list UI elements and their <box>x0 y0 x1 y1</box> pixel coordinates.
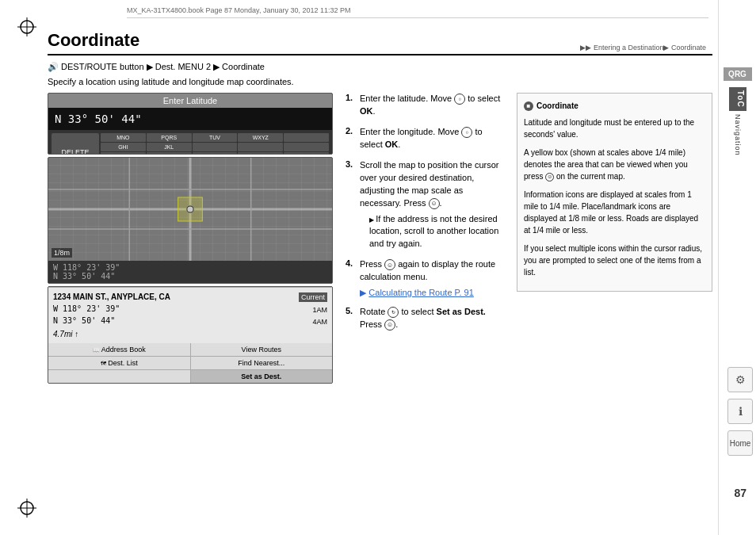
step-1-text: Enter the latitude. Move ○ to select OK. <box>360 93 504 118</box>
key-def[interactable]: DEF <box>101 152 146 155</box>
note-icon: ■ <box>524 101 533 111</box>
step-3-content: Scroll the map to position the cursor ov… <box>360 159 504 251</box>
smiley-icon-2: ☺ <box>384 259 395 270</box>
two-column-layout: Enter Latitude N 33° 50' 44" DELETE MNO … <box>48 93 712 386</box>
step-3-text: Scroll the map to position the cursor ov… <box>360 160 498 208</box>
lat-display: N 33° 50' 44" <box>48 108 332 130</box>
nav-label: Navigation <box>734 114 742 156</box>
time-info: Current 1AM 4AM <box>296 291 327 328</box>
corner-mark-bl <box>16 497 38 519</box>
dest-route-text: DEST/ROUTE button ▶ Dest. MENU 2 ▶ Coord… <box>61 62 265 71</box>
dest-icon: 🔊 <box>48 62 59 71</box>
note-p2: A yellow box (shown at scales above 1/4 … <box>524 147 705 182</box>
right-sidebar: QRG ToC Navigation ⚙ ℹ Home 87 <box>718 0 756 535</box>
step-5: 5. Rotate ↻ to select Set as Dest. Press… <box>346 306 504 331</box>
note-p1: Latitude and longitude must be entered u… <box>524 117 705 140</box>
key-tuv[interactable]: TUV <box>193 133 238 142</box>
description-text: Specify a location using latitude and lo… <box>48 77 712 86</box>
dest-route: 🔊 DEST/ROUTE button ▶ Dest. MENU 2 ▶ Coo… <box>48 62 712 72</box>
corner-mark-tl <box>16 16 38 38</box>
distance-label: 4.7mi ↑ <box>53 328 327 340</box>
step-2: 2. Enter the longitude. Move ○ to select… <box>346 126 504 151</box>
info-icon[interactable]: ℹ <box>727 399 753 424</box>
smiley-icon-1: ☺ <box>429 198 440 209</box>
map-scale: 1/8m <box>52 248 72 258</box>
key-empty4 <box>284 143 329 151</box>
key-empty7 <box>238 152 283 155</box>
link-icon: ▶ <box>360 288 366 297</box>
main-content: Coordinate 🔊 DEST/ROUTE button ▶ Dest. M… <box>48 22 712 519</box>
step-4-content: Press ☺ again to display the route calcu… <box>360 258 504 298</box>
btn-view-routes[interactable]: View Routes <box>191 343 333 356</box>
left-column: Enter Latitude N 33° 50' 44" DELETE MNO … <box>48 93 333 386</box>
screen-address: 1234 MAIN ST., ANYPLACE, CA W 118° 23' 3… <box>48 286 333 384</box>
step-4-text: Press ☺ again to display the route calcu… <box>360 259 495 281</box>
screen-title: Enter Latitude <box>48 94 332 108</box>
key-pqrs[interactable]: PQRS <box>147 133 192 142</box>
knob-icon-2: ○ <box>461 127 472 138</box>
step-1: 1. Enter the latitude. Move ○ to select … <box>346 93 504 118</box>
address-text: 1234 MAIN ST., ANYPLACE, CA W 118° 23' 3… <box>53 291 170 327</box>
map-coords: W 118° 23' 39" N 33° 50' 44" <box>48 261 332 283</box>
file-info-text: MX_KA-31TX4800.book Page 87 Monday, Janu… <box>127 6 351 14</box>
steps-column: 1. Enter the latitude. Move ○ to select … <box>346 93 504 386</box>
file-info-bar: MX_KA-31TX4800.book Page 87 Monday, Janu… <box>127 6 708 18</box>
toc-badge[interactable]: ToC <box>729 87 746 111</box>
key-empty5 <box>147 152 192 155</box>
keyboard-area: DELETE MNO PQRS TUV WXYZ GHI JKL DEF <box>48 130 332 155</box>
address-header: 1234 MAIN ST., ANYPLACE, CA W 118° 23' 3… <box>53 291 327 328</box>
page-title: Coordinate <box>48 30 712 55</box>
step-5-text: Rotate ↻ to select Set as Dest. Press ☺. <box>360 306 504 331</box>
step-3-sub: If the address is not the desired locati… <box>360 213 504 251</box>
step-3: 3. Scroll the map to position the cursor… <box>346 159 504 251</box>
nav-buttons-bar: 📖 Address Book View Routes 🗺 Dest. List … <box>48 343 332 383</box>
calculating-route-link[interactable]: Calculating the Route P. 91 <box>368 288 474 297</box>
note-title: ■ Coordinate <box>524 100 705 112</box>
btn-dest-list[interactable]: 🗺 Dest. List <box>48 357 190 369</box>
smiley-icon-3: ☺ <box>384 319 395 331</box>
map-background: 1/8m <box>48 158 332 261</box>
screen-map: 1/8m W 118° 23' 39" N 33° 50' 44" <box>48 157 333 284</box>
note-p3: Information icons are displayed at scale… <box>524 189 705 236</box>
key-grid: MNO PQRS TUV WXYZ GHI JKL DEF <box>101 133 329 155</box>
key-empty3 <box>238 143 283 151</box>
key-empty2 <box>193 143 238 151</box>
svg-point-19 <box>187 206 193 212</box>
btn-set-as-dest[interactable]: Set as Dest. <box>191 370 333 383</box>
note-panel: ■ Coordinate Latitude and longitude must… <box>517 93 712 292</box>
page-number: 87 <box>734 487 746 499</box>
key-empty6 <box>193 152 238 155</box>
key-empty8 <box>284 152 329 155</box>
knob-icon-1: ○ <box>454 94 465 105</box>
knob-icon-3: ↻ <box>388 307 399 318</box>
smiley-icon-note: ☺ <box>545 173 554 182</box>
address-panel: 1234 MAIN ST., ANYPLACE, CA W 118° 23' 3… <box>48 287 332 343</box>
home-icon[interactable]: Home <box>727 430 753 456</box>
note-p4: If you select multiple icons within the … <box>524 243 705 278</box>
screen-latitude: Enter Latitude N 33° 50' 44" DELETE MNO … <box>48 93 333 155</box>
settings-icon[interactable]: ⚙ <box>727 367 753 392</box>
step-4: 4. Press ☺ again to display the route ca… <box>346 258 504 298</box>
key-mno[interactable]: MNO <box>101 133 146 142</box>
note-column: ■ Coordinate Latitude and longitude must… <box>517 93 712 386</box>
qrg-badge: QRG <box>724 67 752 81</box>
key-empty1 <box>284 133 329 142</box>
delete-button[interactable]: DELETE <box>52 133 99 155</box>
step-2-text: Enter the longitude. Move ○ to select OK… <box>360 126 504 151</box>
btn-address-book[interactable]: 📖 Address Book <box>48 343 190 356</box>
step-4-link: ▶ Calculating the Route P. 91 <box>360 287 504 298</box>
sidebar-icons: ⚙ ℹ Home <box>727 367 753 456</box>
key-wxyz[interactable]: WXYZ <box>238 133 283 142</box>
key-jkl[interactable]: JKL <box>147 143 192 151</box>
btn-find-nearest[interactable]: Find Nearest... <box>191 357 333 369</box>
map-view: 1/8m <box>48 158 332 261</box>
steps-list: 1. Enter the latitude. Move ○ to select … <box>346 93 504 331</box>
key-ghi[interactable]: GHI <box>101 143 146 151</box>
btn-empty <box>48 370 190 383</box>
